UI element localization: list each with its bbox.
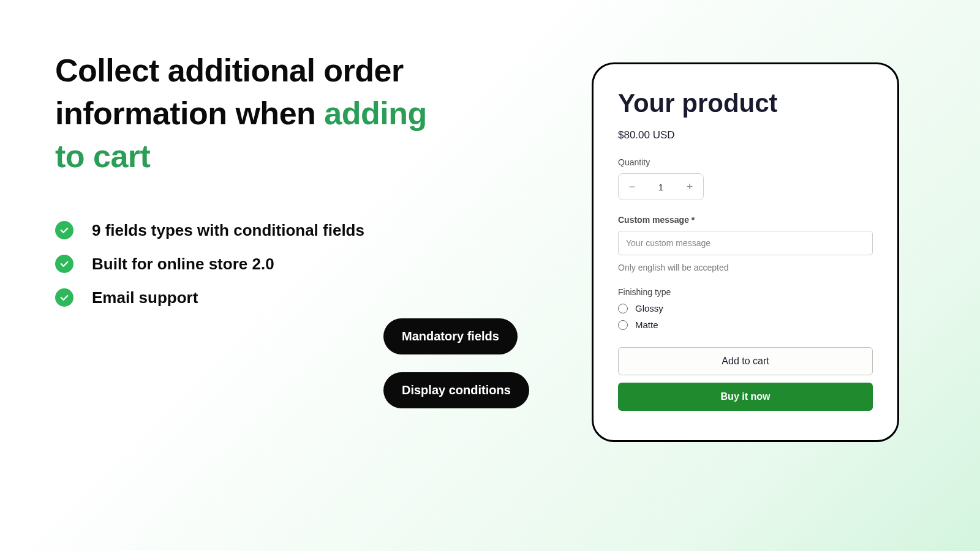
feature-item: Built for online store 2.0 [55, 255, 453, 274]
check-icon [55, 288, 74, 307]
radio-label: Matte [635, 320, 658, 330]
radio-icon [618, 304, 628, 313]
feature-list: 9 fields types with conditional fields B… [55, 221, 453, 307]
finishing-radio-group: Glossy Matte [618, 303, 873, 330]
marketing-copy: Collect additional order information whe… [55, 49, 453, 322]
pill-mandatory-fields: Mandatory fields [383, 318, 518, 354]
product-price: $80.00 USD [618, 129, 873, 141]
feature-item: 9 fields types with conditional fields [55, 221, 453, 240]
feature-text: Email support [92, 288, 198, 307]
button-row: Add to cart Buy it now [618, 347, 873, 411]
custom-message-input[interactable] [618, 231, 873, 255]
quantity-stepper: − 1 + [618, 173, 704, 200]
check-icon [55, 221, 74, 239]
feature-item: Email support [55, 288, 453, 307]
quantity-label: Quantity [618, 157, 873, 167]
feature-text: 9 fields types with conditional fields [92, 221, 364, 240]
custom-message-helper: Only english will be accepted [618, 263, 873, 272]
check-icon [55, 255, 74, 273]
feature-text: Built for online store 2.0 [92, 255, 274, 274]
product-card: Your product $80.00 USD Quantity − 1 + C… [592, 62, 899, 442]
radio-icon [618, 320, 628, 330]
quantity-increment-button[interactable]: + [676, 173, 703, 200]
headline: Collect additional order information whe… [55, 49, 453, 178]
custom-message-label: Custom message * [618, 215, 873, 225]
pill-display-conditions: Display conditions [383, 372, 529, 408]
quantity-value: 1 [646, 182, 676, 192]
buy-it-now-button[interactable]: Buy it now [618, 383, 873, 411]
finishing-label: Finishing type [618, 287, 873, 297]
add-to-cart-button[interactable]: Add to cart [618, 347, 873, 375]
radio-label: Glossy [635, 303, 663, 313]
quantity-decrement-button[interactable]: − [619, 173, 646, 200]
finishing-option-matte[interactable]: Matte [618, 320, 873, 330]
finishing-option-glossy[interactable]: Glossy [618, 303, 873, 313]
product-title: Your product [618, 89, 873, 118]
